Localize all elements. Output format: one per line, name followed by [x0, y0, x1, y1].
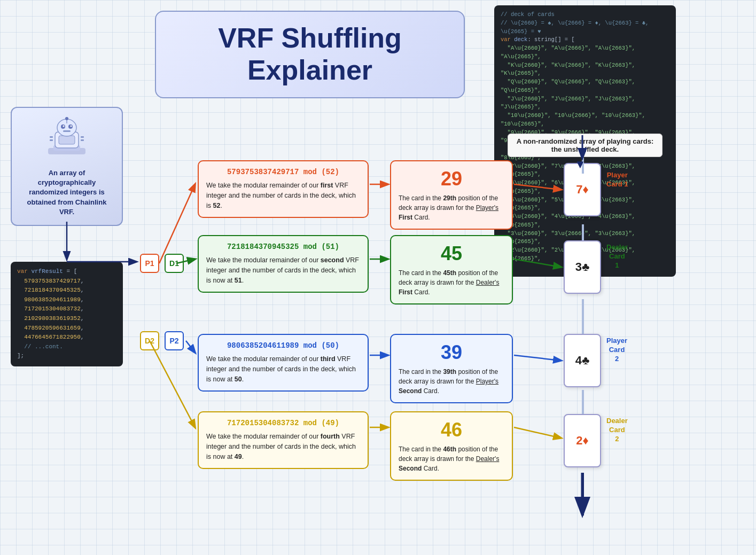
svg-line-19	[186, 341, 195, 353]
page-title: VRF ShufflingExplainer	[172, 22, 448, 87]
svg-rect-14	[50, 139, 53, 141]
op1-desc: We take the modular remainder of our fir…	[206, 181, 360, 210]
operation-box-3: 9806385204611989 mod (50) We take the mo…	[198, 334, 369, 392]
illustration-desc: An array of cryptographically randomized…	[20, 168, 114, 217]
illustration-box: An array of cryptographically randomized…	[11, 107, 123, 226]
svg-rect-3	[59, 136, 75, 144]
result1-number: 29	[399, 168, 504, 190]
result-box-1: 29 The card in the 29th position of the …	[390, 160, 513, 230]
op1-title: 5793753837429717 mod (52)	[206, 168, 360, 176]
badge-d2: D2	[140, 331, 159, 350]
badge-p1: P1	[140, 254, 159, 273]
result-box-4: 46 The card in the 46th position of the …	[390, 411, 513, 481]
vrf-code-block: var vrfResult = [ 5793753837429717, 7218…	[11, 262, 123, 366]
vert-connector-bottom	[582, 473, 584, 515]
svg-point-8	[71, 126, 72, 127]
playing-card-3: 4♣	[564, 334, 601, 387]
svg-rect-9	[63, 130, 71, 132]
deck-label: A non-randomized array of playing cards:…	[508, 134, 663, 157]
playing-card-2: 3♣	[564, 240, 601, 294]
card-label-1: PlayerCard 1	[606, 171, 628, 189]
title-box: VRF ShufflingExplainer	[155, 11, 465, 98]
op2-desc: We take the modular remainder of our sec…	[206, 255, 360, 285]
svg-point-11	[65, 117, 68, 120]
result3-number: 39	[399, 341, 504, 364]
svg-rect-15	[81, 139, 84, 141]
result-box-2: 45 The card in the 45th position of the …	[390, 235, 513, 304]
op4-desc: We take the modular remainder of our fou…	[206, 432, 360, 462]
svg-line-20	[150, 341, 195, 427]
svg-point-7	[63, 126, 65, 127]
illustration-svg	[40, 116, 93, 164]
result3-desc: The card in the 39th position of the dec…	[399, 367, 504, 396]
svg-line-28	[514, 427, 561, 438]
svg-rect-12	[50, 136, 53, 138]
operation-box-1: 5793753837429717 mod (52) We take the mo…	[198, 160, 369, 218]
vert-connector-3	[582, 299, 584, 334]
result4-desc: The card in the 46th position of the dec…	[399, 444, 504, 473]
result4-number: 46	[399, 419, 504, 441]
op3-desc: We take the modular remainder of our thi…	[206, 354, 360, 384]
card-label-4: DealerCard2	[606, 417, 628, 444]
op2-title: 7218184370945325 mod (51)	[206, 243, 360, 251]
vert-connector-4	[582, 390, 584, 414]
svg-line-17	[159, 184, 195, 263]
result2-number: 45	[399, 243, 504, 265]
operation-box-4: 7172015304083732 mod (49) We take the mo…	[198, 411, 369, 469]
op4-title: 7172015304083732 mod (49)	[206, 419, 360, 427]
card-label-3: PlayerCard2	[606, 337, 627, 364]
result2-desc: The card in the 45th position of the dec…	[399, 268, 504, 297]
down-arrow-top: ▼	[574, 158, 586, 171]
card-label-2: DealerCard1	[606, 243, 628, 270]
op3-title: 9806385204611989 mod (50)	[206, 341, 360, 350]
svg-rect-13	[81, 136, 84, 138]
operation-box-2: 7218184370945325 mod (51) We take the mo…	[198, 235, 369, 293]
svg-line-27	[514, 355, 561, 361]
playing-card-4: 2♦	[564, 414, 601, 467]
result-box-3: 39 The card in the 39th position of the …	[390, 334, 513, 403]
result1-desc: The card in the 29th position of the dec…	[399, 193, 504, 222]
vert-connector-2	[582, 224, 584, 240]
badge-d1: D1	[165, 254, 184, 273]
badge-p2: P2	[165, 331, 184, 350]
